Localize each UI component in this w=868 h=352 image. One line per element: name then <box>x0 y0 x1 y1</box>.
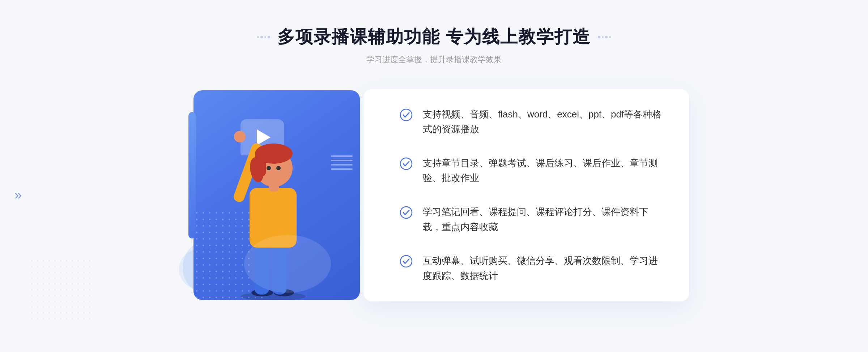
dot-5 <box>598 36 600 38</box>
svg-point-16 <box>244 235 331 293</box>
dot-6 <box>602 36 604 38</box>
feature-text-3: 学习笔记回看、课程提问、课程评论打分、课件资料下载，重点内容收藏 <box>423 205 664 235</box>
feature-item-1: 支持视频、音频、flash、word、excel、ppt、pdf等各种格式的资源… <box>400 107 664 137</box>
check-icon-2 <box>400 157 413 170</box>
svg-point-13 <box>267 166 271 170</box>
check-icon-3 <box>400 206 413 219</box>
dot-1 <box>257 36 259 38</box>
svg-point-17 <box>400 109 412 121</box>
features-card: 支持视频、音频、flash、word、excel、ppt、pdf等各种格式的资源… <box>363 89 689 302</box>
svg-point-19 <box>400 207 412 218</box>
subtitle: 学习进度全掌握，提升录播课教学效果 <box>257 54 610 65</box>
deco-dots-right <box>598 36 611 38</box>
feature-item-3: 学习笔记回看、课程提问、课程评论打分、课件资料下载，重点内容收藏 <box>400 205 664 235</box>
svg-point-20 <box>400 256 412 267</box>
dot-8 <box>609 36 611 38</box>
dot-3 <box>264 36 266 38</box>
check-icon-4 <box>400 255 413 268</box>
check-icon-1 <box>400 108 413 121</box>
svg-point-14 <box>276 166 281 170</box>
chevron-left-icon: » <box>14 189 22 202</box>
feature-item-4: 互动弹幕、试听购买、微信分享、观看次数限制、学习进度跟踪、数据统计 <box>400 253 664 283</box>
page-container: 多项录播课辅助功能 专为线上教学打造 学习进度全掌握，提升录播课教学效果 » <box>0 0 868 352</box>
person-illustration <box>215 112 338 300</box>
dot-4 <box>268 36 270 38</box>
content-area: » <box>0 83 868 307</box>
svg-point-0 <box>241 292 306 300</box>
header-decoration: 多项录播课辅助功能 专为线上教学打造 <box>257 25 610 48</box>
illustration-bg <box>193 90 360 300</box>
dot-7 <box>605 36 608 38</box>
main-title: 多项录播课辅助功能 专为线上教学打造 <box>277 25 590 48</box>
sidebar-accent <box>188 112 196 239</box>
deco-dots-left <box>257 36 270 38</box>
header-section: 多项录播课辅助功能 专为线上教学打造 学习进度全掌握，提升录播课教学效果 <box>257 25 610 65</box>
svg-point-18 <box>400 158 412 169</box>
svg-point-15 <box>234 131 246 142</box>
left-arrow: » <box>14 189 22 202</box>
feature-item-2: 支持章节目录、弹题考试、课后练习、课后作业、章节测验、批改作业 <box>400 156 664 186</box>
feature-text-4: 互动弹幕、试听购买、微信分享、观看次数限制、学习进度跟踪、数据统计 <box>423 253 664 283</box>
feature-text-2: 支持章节目录、弹题考试、课后练习、课后作业、章节测验、批改作业 <box>423 156 664 186</box>
dot-2 <box>260 36 263 38</box>
feature-text-1: 支持视频、音频、flash、word、excel、ppt、pdf等各种格式的资源… <box>423 107 664 137</box>
illustration-container <box>179 83 374 307</box>
